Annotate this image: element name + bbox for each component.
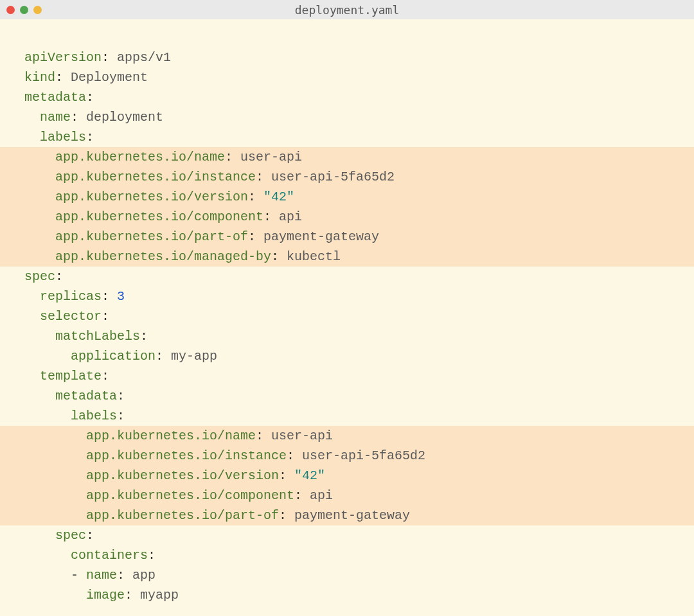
yaml-key: app.kubernetes.io/version [86,468,279,483]
yaml-colon: : [225,150,240,164]
yaml-key: kind [24,70,55,85]
code-line-highlighted: app.kubernetes.io/name: user-api [0,147,694,167]
code-line: metadata: [0,386,694,406]
code-line-highlighted: app.kubernetes.io/version: "42" [0,466,694,486]
yaml-key: image [86,588,125,603]
yaml-colon: : [55,269,63,284]
yaml-key: labels [40,130,86,145]
yaml-colon: : [279,508,294,523]
yaml-value: api [279,209,302,224]
yaml-key: app.kubernetes.io/part-of [86,508,279,523]
yaml-key: name [86,568,117,583]
yaml-key: containers [71,548,148,563]
window-title: deployment.yaml [0,0,694,20]
yaml-colon: : [117,568,132,583]
yaml-colon: : [125,588,140,603]
yaml-colon: : [256,428,271,443]
yaml-colon: : [279,468,294,483]
code-line: spec: [0,525,694,545]
code-line-highlighted: app.kubernetes.io/part-of: payment-gatew… [0,506,694,525]
yaml-colon: : [102,309,109,324]
zoom-icon[interactable] [33,6,42,14]
yaml-dash: - [71,568,86,583]
yaml-key: selector [40,309,102,324]
yaml-colon: : [86,130,94,145]
yaml-value: app [132,568,156,583]
code-line: labels: [0,406,694,426]
yaml-colon: : [287,448,302,463]
yaml-key: app.kubernetes.io/name [86,428,256,443]
yaml-colon: : [140,329,148,344]
code-line: image: myapp [0,585,694,605]
yaml-value: apps/v1 [117,50,171,65]
yaml-key: labels [71,409,117,423]
yaml-key: app.kubernetes.io/part-of [55,229,248,244]
code-line: - name: app [0,565,694,585]
yaml-string: "42" [263,189,294,204]
code-line-highlighted: app.kubernetes.io/component: api [0,207,694,227]
yaml-colon: : [248,229,263,244]
yaml-colon: : [102,50,117,65]
code-line: kind: Deployment [0,67,694,87]
yaml-colon: : [256,170,271,184]
yaml-value: kubectl [287,249,341,264]
yaml-key: app.kubernetes.io/instance [55,170,256,184]
minimize-icon[interactable] [20,6,28,14]
code-line: spec: [0,267,694,286]
code-editor[interactable]: apiVersion: apps/v1 kind: Deployment met… [0,19,694,605]
yaml-string: "42" [294,468,325,483]
yaml-key: metadata [24,90,86,105]
yaml-colon: : [248,189,263,204]
code-line: containers: [0,545,694,565]
code-line: template: [0,366,694,386]
yaml-value: payment-gateway [294,508,410,523]
yaml-key: name [40,110,71,125]
yaml-colon: : [55,70,71,85]
yaml-value: user-api [240,150,302,164]
yaml-colon: : [156,349,171,364]
yaml-value: user-api-5fa65d2 [302,448,425,463]
yaml-value: user-api-5fa65d2 [271,170,395,184]
yaml-value: myapp [140,588,179,603]
code-line-highlighted: app.kubernetes.io/version: "42" [0,187,694,207]
code-line: name: deployment [0,107,694,127]
yaml-value: payment-gateway [263,229,379,244]
code-line: application: my-app [0,346,694,366]
yaml-colon: : [71,110,86,125]
yaml-key: template [40,369,102,383]
yaml-value: Deployment [71,70,148,85]
yaml-colon: : [148,548,156,563]
code-line: labels: [0,127,694,147]
code-line-highlighted: app.kubernetes.io/managed-by: kubectl [0,247,694,267]
yaml-colon: : [263,209,279,224]
code-line: metadata: [0,87,694,107]
yaml-key: app.kubernetes.io/name [55,150,225,164]
yaml-key: metadata [55,389,117,403]
yaml-colon: : [86,528,94,543]
window-controls [6,6,42,14]
yaml-key: app.kubernetes.io/version [55,189,248,204]
code-line: apiVersion: apps/v1 [0,48,694,67]
yaml-key: app.kubernetes.io/managed-by [55,249,271,264]
yaml-key: matchLabels [55,329,140,344]
yaml-key: spec [55,528,86,543]
close-icon[interactable] [6,6,15,14]
code-line: replicas: 3 [0,286,694,306]
yaml-key: app.kubernetes.io/instance [86,448,287,463]
yaml-key: app.kubernetes.io/component [55,209,263,224]
yaml-colon: : [102,369,109,383]
yaml-value: deployment [86,110,163,125]
code-line-highlighted: app.kubernetes.io/instance: user-api-5fa… [0,167,694,187]
yaml-colon: : [294,488,310,503]
yaml-key: replicas [40,289,102,304]
yaml-colon: : [117,389,125,403]
code-line: selector: [0,306,694,326]
code-line-highlighted: app.kubernetes.io/name: user-api [0,426,694,446]
window-titlebar: deployment.yaml [0,0,694,19]
yaml-colon: : [271,249,287,264]
yaml-colon: : [117,409,125,423]
code-line: matchLabels: [0,326,694,346]
yaml-key: apiVersion [24,50,102,65]
yaml-value: my-app [171,349,217,364]
yaml-value: api [310,488,333,503]
